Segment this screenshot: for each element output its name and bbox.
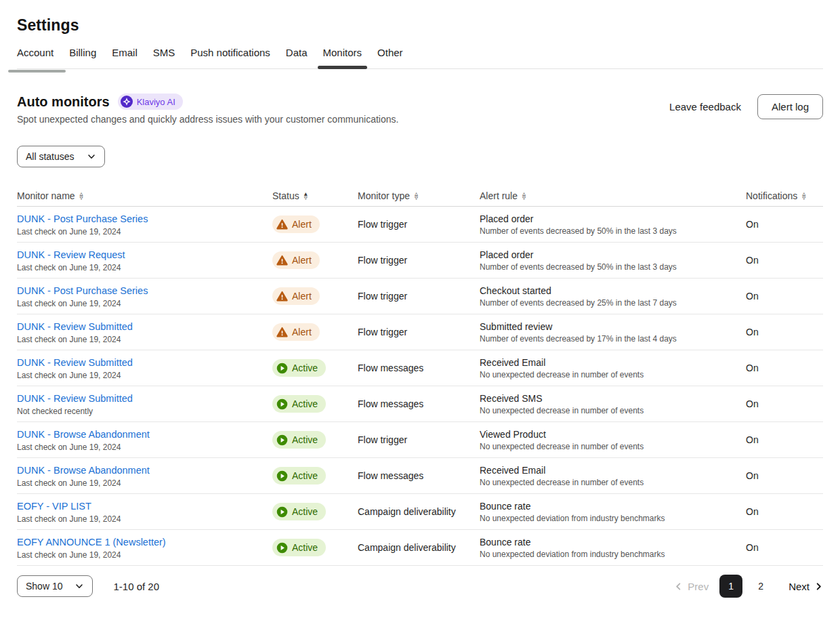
page-button-1[interactable]: 1 <box>719 575 742 598</box>
column-header-monitor-name[interactable]: Monitor name <box>17 190 272 201</box>
next-page-button[interactable]: Next <box>789 581 823 592</box>
column-header-alert-rule[interactable]: Alert rule <box>480 190 746 201</box>
tab-monitors[interactable]: Monitors <box>323 47 362 68</box>
settings-header: Settings Account Billing Email SMS Push … <box>0 0 840 69</box>
prev-page-button[interactable]: Prev <box>674 581 709 592</box>
notifications-value: On <box>746 506 823 517</box>
status-badge: Active <box>272 539 326 556</box>
klaviyo-ai-label: Klaviyo AI <box>137 97 175 107</box>
monitor-name-link[interactable]: DUNK - Review Request <box>17 249 125 260</box>
monitor-type: Flow trigger <box>358 291 480 302</box>
monitor-name-link[interactable]: DUNK - Review Submitted <box>17 357 133 368</box>
filter-bar: All statuses <box>0 125 840 167</box>
page-button-2[interactable]: 2 <box>749 575 772 598</box>
notifications-value: On <box>746 398 823 409</box>
horizontal-scrollbar-thumb[interactable] <box>8 70 66 73</box>
status-badge: Alert <box>272 323 320 341</box>
section-description: Spot unexpected changes and quickly addr… <box>17 114 398 125</box>
monitor-name-link[interactable]: EOFY - VIP LIST <box>17 501 91 512</box>
monitor-type: Flow messages <box>358 398 480 409</box>
tab-push-notifications[interactable]: Push notifications <box>190 47 270 68</box>
alert-triangle-icon <box>276 327 288 338</box>
status-badge: Alert <box>272 251 320 269</box>
settings-tab-bar: Account Billing Email SMS Push notificat… <box>17 47 823 69</box>
tab-email[interactable]: Email <box>112 47 138 68</box>
table-row: DUNK - Review Request Last check on June… <box>17 243 823 279</box>
status-label: Active <box>292 398 318 409</box>
status-badge: Active <box>272 395 326 413</box>
tab-billing[interactable]: Billing <box>69 47 96 68</box>
status-badge: Active <box>272 467 326 485</box>
alert-rule-title: Placed order <box>480 213 746 224</box>
monitor-name-link[interactable]: DUNK - Review Submitted <box>17 393 133 404</box>
active-play-icon <box>276 470 288 482</box>
notifications-value: On <box>746 255 823 266</box>
status-badge: Active <box>272 503 326 520</box>
notifications-value: On <box>746 327 823 337</box>
table-body: DUNK - Post Purchase Series Last check o… <box>17 207 823 566</box>
active-play-icon <box>276 363 288 374</box>
chevron-left-icon <box>674 582 683 591</box>
tab-sms[interactable]: SMS <box>153 47 175 68</box>
monitor-last-check: Last check on June 19, 2024 <box>17 442 272 452</box>
monitor-name-link[interactable]: DUNK - Browse Abandonment <box>17 465 150 476</box>
active-play-icon <box>276 506 288 518</box>
column-header-notifications[interactable]: Notifications <box>746 190 823 201</box>
monitor-type: Flow messages <box>358 363 480 373</box>
status-label: Active <box>292 506 318 517</box>
sort-icon <box>802 192 805 200</box>
status-badge: Alert <box>272 287 320 305</box>
alert-rule-detail: Number of events decreased by 25% in the… <box>480 298 746 308</box>
monitor-name-link[interactable]: EOFY ANNOUNCE 1 (Newsletter) <box>17 537 166 548</box>
column-header-monitor-type[interactable]: Monitor type <box>358 190 480 201</box>
table-row: DUNK - Review Submitted Last check on Ju… <box>17 314 823 350</box>
tab-other[interactable]: Other <box>377 47 403 68</box>
table-row: DUNK - Post Purchase Series Last check o… <box>17 207 823 243</box>
sort-icon <box>80 192 83 200</box>
alert-rule-detail: No unexpected decrease in number of even… <box>480 370 746 379</box>
monitor-name-link[interactable]: DUNK - Post Purchase Series <box>17 285 148 296</box>
status-badge: Active <box>272 359 326 377</box>
chevron-down-icon <box>75 581 84 591</box>
monitor-last-check: Last check on June 19, 2024 <box>17 371 272 380</box>
alert-rule-detail: No unexpected deviation from industry be… <box>480 550 746 559</box>
status-filter-select[interactable]: All statuses <box>17 146 105 167</box>
next-label: Next <box>789 581 810 592</box>
monitor-type: Campaign deliverability <box>358 506 480 517</box>
klaviyo-ai-badge: Klaviyo AI <box>118 94 183 110</box>
table-row: DUNK - Review Submitted Not checked rece… <box>17 386 823 422</box>
alert-rule-detail: Number of events decreased by 50% in the… <box>480 262 746 272</box>
page-size-select[interactable]: Show 10 <box>17 575 93 597</box>
alert-triangle-icon <box>276 219 288 230</box>
table-row: EOFY ANNOUNCE 1 (Newsletter) Last check … <box>17 530 823 566</box>
monitor-name-link[interactable]: DUNK - Review Submitted <box>17 321 133 332</box>
leave-feedback-button[interactable]: Leave feedback <box>669 101 741 112</box>
alert-rule-title: Checkout started <box>480 285 746 296</box>
column-label: Notifications <box>746 190 797 201</box>
column-header-status[interactable]: Status <box>272 190 358 201</box>
prev-label: Prev <box>688 581 709 592</box>
active-play-icon <box>276 542 288 554</box>
tab-data[interactable]: Data <box>286 47 308 68</box>
alert-log-button[interactable]: Alert log <box>757 94 823 119</box>
monitor-name-link[interactable]: DUNK - Browse Abandonment <box>17 429 150 440</box>
alert-rule-title: Viewed Product <box>480 429 746 440</box>
sort-icon <box>304 192 308 200</box>
alert-rule-title: Bounce rate <box>480 501 746 512</box>
monitors-table: Monitor name Status Monitor type Alert r… <box>17 185 823 566</box>
alert-rule-detail: Number of events decreased by 17% in the… <box>480 334 746 344</box>
monitor-type: Flow messages <box>358 470 480 481</box>
section-title: Auto monitors <box>17 94 110 110</box>
monitor-type: Flow trigger <box>358 219 480 230</box>
alert-rule-title: Received Email <box>480 465 746 476</box>
monitor-name-link[interactable]: DUNK - Post Purchase Series <box>17 213 148 224</box>
table-row: DUNK - Post Purchase Series Last check o… <box>17 279 823 314</box>
status-badge: Active <box>272 431 326 449</box>
monitor-last-check: Last check on June 19, 2024 <box>17 550 272 560</box>
alert-rule-title: Submitted review <box>480 321 746 332</box>
alert-rule-title: Received Email <box>480 357 746 368</box>
notifications-value: On <box>746 291 823 302</box>
alert-rule-detail: Number of events decreased by 50% in the… <box>480 226 746 236</box>
alert-triangle-icon <box>276 255 288 266</box>
tab-account[interactable]: Account <box>17 47 54 68</box>
